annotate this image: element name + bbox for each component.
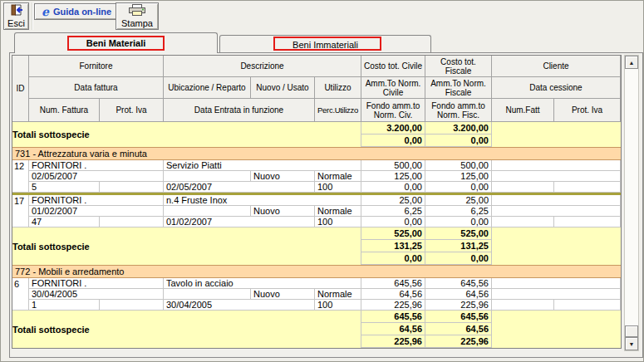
cell-cliente-num-fatt[interactable] bbox=[492, 300, 554, 311]
grid-header: ID Fornitore Descrizione Costo tot. Civi… bbox=[12, 56, 621, 122]
scroll-down-button[interactable]: ▼ bbox=[625, 337, 638, 350]
cell-num-fattura[interactable]: 5 bbox=[29, 182, 100, 193]
guida-online-button[interactable]: e Guida on-line bbox=[34, 3, 119, 20]
cell-id[interactable]: 17 bbox=[12, 195, 29, 227]
cell-costo-civile[interactable]: 500,00 bbox=[361, 160, 425, 171]
totals-value-fiscale: 3.200,00 bbox=[425, 122, 492, 135]
stampa-button[interactable]: Stampa bbox=[116, 2, 159, 30]
col-descrizione: Descrizione bbox=[164, 56, 361, 77]
cell-nuovo-usato[interactable]: Nuovo bbox=[251, 289, 315, 300]
cell-data-fattura[interactable]: 01/02/2007 bbox=[29, 206, 164, 217]
totals-value-civile: 3.200,00 bbox=[361, 122, 425, 135]
cell-prot-iva[interactable] bbox=[100, 182, 164, 193]
cell-costo-fiscale[interactable]: 500,00 bbox=[425, 160, 492, 171]
cell-costo-fiscale[interactable]: 25,00 bbox=[425, 195, 492, 206]
cell-cliente-num-fatt[interactable] bbox=[492, 182, 554, 193]
cell-fondo-civ[interactable]: 0,00 bbox=[361, 182, 425, 193]
cell-ammto-fiscale[interactable]: 64,56 bbox=[425, 289, 492, 300]
stampa-label: Stampa bbox=[121, 18, 153, 28]
cell-ubicazione[interactable] bbox=[164, 206, 251, 217]
cell-cliente-prot-iva[interactable] bbox=[554, 300, 621, 311]
cell-ammto-civile[interactable]: 125,00 bbox=[361, 171, 425, 182]
cell-costo-civile[interactable]: 25,00 bbox=[361, 195, 425, 206]
cell-utilizzo[interactable]: Normale bbox=[315, 171, 361, 182]
cell-perc-utilizzo[interactable]: 100 bbox=[315, 182, 361, 193]
totals-label: Totali sottospecie bbox=[12, 122, 361, 147]
group-header: 731 - Attrezzatura varia e minuta bbox=[12, 147, 621, 160]
cell-cliente-num-fatt[interactable] bbox=[492, 217, 554, 227]
col-ammto-civile: Amm.To Norm. Civile bbox=[361, 77, 425, 99]
cell-descrizione[interactable]: Tavolo in acciaio bbox=[164, 278, 361, 289]
col-data-entrata: Data Entrata in funzione bbox=[164, 99, 315, 122]
cell-data-entrata[interactable]: 02/05/2007 bbox=[164, 182, 315, 193]
cell-prot-iva[interactable] bbox=[100, 300, 164, 311]
col-costo-civile: Costo tot. Civile bbox=[361, 56, 425, 77]
cell-descrizione[interactable]: Servizio Piatti bbox=[164, 160, 361, 171]
cell-cliente[interactable] bbox=[492, 278, 621, 289]
totals-label: Totali sottospecie bbox=[12, 311, 361, 348]
tab-beni-materiali-label: Beni Materiali bbox=[86, 38, 146, 48]
cell-ubicazione[interactable] bbox=[164, 289, 251, 300]
cell-data-fattura[interactable]: 30/04/2005 bbox=[29, 289, 164, 300]
guida-label: Guida on-line bbox=[53, 7, 111, 17]
cell-fondo-civ[interactable]: 0,00 bbox=[361, 217, 425, 227]
totals-value-fiscale: 131,25 bbox=[425, 240, 492, 252]
cell-fornitore[interactable]: FORNITORI . bbox=[29, 195, 164, 206]
cell-fondo-civ[interactable]: 225,96 bbox=[361, 300, 425, 311]
cell-cliente-prot-iva[interactable] bbox=[554, 217, 621, 227]
cell-fondo-fisc[interactable]: 0,00 bbox=[425, 182, 492, 193]
cell-perc-utilizzo[interactable]: 100 bbox=[315, 217, 361, 227]
cell-data-cessione[interactable] bbox=[492, 206, 621, 217]
cell-cliente[interactable] bbox=[492, 160, 621, 171]
cell-cliente[interactable] bbox=[492, 195, 621, 206]
esci-button[interactable]: Esci bbox=[3, 2, 29, 30]
cell-data-entrata[interactable]: 30/04/2005 bbox=[164, 300, 315, 311]
cell-utilizzo[interactable]: Normale bbox=[315, 206, 361, 217]
cell-costo-civile[interactable]: 645,56 bbox=[361, 278, 425, 289]
exit-door-icon bbox=[10, 4, 23, 17]
col-fondo-civ: Fondo amm.to Norm. Civ. bbox=[361, 99, 425, 122]
col-utilizzo: Utilizzo bbox=[315, 77, 361, 99]
cell-fondo-fisc[interactable]: 225,96 bbox=[425, 300, 492, 311]
cell-nuovo-usato[interactable]: Nuovo bbox=[251, 171, 315, 182]
cell-id[interactable]: 6 bbox=[12, 278, 29, 311]
cell-data-entrata[interactable]: 01/02/2007 bbox=[164, 217, 315, 227]
cell-prot-iva[interactable] bbox=[100, 217, 164, 227]
scrollbar-track[interactable] bbox=[625, 69, 638, 337]
cell-ammto-fiscale[interactable]: 6,25 bbox=[425, 206, 492, 217]
cell-fornitore[interactable]: FORNITORI . bbox=[29, 278, 164, 289]
cell-nuovo-usato[interactable]: Nuovo bbox=[251, 206, 315, 217]
cell-fornitore[interactable]: FORNITORI . bbox=[29, 160, 164, 171]
cell-fondo-fisc[interactable]: 0,00 bbox=[425, 217, 492, 227]
scrollbar-thumb[interactable] bbox=[625, 325, 638, 337]
cell-ammto-civile[interactable]: 64,56 bbox=[361, 289, 425, 300]
cell-perc-utilizzo[interactable]: 100 bbox=[315, 300, 361, 311]
cell-data-fattura[interactable]: 02/05/2007 bbox=[29, 171, 164, 182]
scroll-up-button[interactable]: ▲ bbox=[625, 56, 638, 69]
cell-ubicazione[interactable] bbox=[164, 171, 251, 182]
col-fornitore: Fornitore bbox=[29, 56, 164, 77]
cell-num-fattura[interactable]: 47 bbox=[29, 217, 100, 227]
cell-data-cessione[interactable] bbox=[492, 171, 621, 182]
tab-beni-materiali[interactable]: Beni Materiali bbox=[14, 32, 218, 53]
cell-ammto-fiscale[interactable]: 125,00 bbox=[425, 171, 492, 182]
cell-cliente-prot-iva[interactable] bbox=[554, 182, 621, 193]
asset-record: 17FORNITORI .n.4 Fruste Inox25,0025,0001… bbox=[12, 195, 621, 227]
cell-descrizione[interactable]: n.4 Fruste Inox bbox=[164, 195, 361, 206]
totals-value-civile: 0,00 bbox=[361, 252, 425, 265]
cell-num-fattura[interactable]: 1 bbox=[29, 300, 100, 311]
cell-utilizzo[interactable]: Normale bbox=[315, 289, 361, 300]
cell-ammto-civile[interactable]: 6,25 bbox=[361, 206, 425, 217]
totals-value-civile: 225,96 bbox=[361, 335, 425, 348]
col-num-fattura: Num. Fattura bbox=[29, 99, 100, 122]
vertical-scrollbar[interactable]: ▲ ▼ bbox=[624, 55, 639, 351]
cell-costo-fiscale[interactable]: 645,56 bbox=[425, 278, 492, 289]
group-row: 772 - Mobili e arredamento bbox=[12, 265, 621, 278]
cell-data-cessione[interactable] bbox=[492, 289, 621, 300]
cell-id[interactable]: 12 bbox=[12, 160, 29, 193]
printer-icon bbox=[129, 4, 145, 17]
totals-value-fiscale: 225,96 bbox=[425, 335, 492, 348]
tab-beni-immateriali[interactable]: Beni Immateriali bbox=[219, 35, 431, 53]
col-ammto-fiscale: Amm.To Norm. Fiscale bbox=[425, 77, 492, 99]
col-costo-fiscale: Costo tot. Fiscale bbox=[425, 56, 492, 77]
